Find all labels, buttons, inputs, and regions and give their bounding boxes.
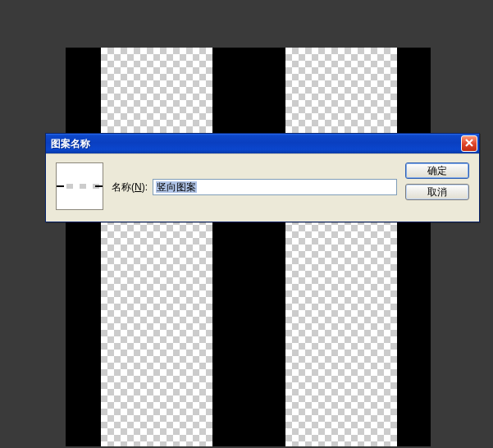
document-canvas bbox=[66, 48, 431, 446]
name-label-prefix: 名称( bbox=[112, 181, 135, 193]
close-icon bbox=[465, 138, 473, 149]
preview-checker bbox=[60, 184, 99, 189]
dialog-titlebar[interactable]: 图案名称 bbox=[46, 134, 479, 153]
pattern-column-right bbox=[285, 48, 397, 446]
close-button[interactable] bbox=[461, 135, 477, 152]
dialog-title: 图案名称 bbox=[51, 137, 90, 151]
cancel-button[interactable]: 取消 bbox=[405, 184, 469, 200]
ok-button[interactable]: 确定 bbox=[405, 162, 469, 179]
dialog-buttons: 确定 取消 bbox=[405, 162, 469, 200]
dialog-body: 名称(N): 竖向图案 确定 取消 bbox=[46, 153, 479, 222]
pattern-preview bbox=[56, 162, 103, 210]
name-label-suffix: ): bbox=[142, 181, 148, 193]
pattern-name-input[interactable]: 竖向图案 bbox=[153, 179, 397, 195]
name-row: 名称(N): 竖向图案 bbox=[112, 179, 397, 195]
name-label-mnemonic: N bbox=[135, 181, 142, 193]
name-label: 名称(N): bbox=[112, 181, 148, 194]
pattern-column-left bbox=[101, 48, 212, 446]
preview-dash-left bbox=[57, 185, 64, 187]
ok-button-label: 确定 bbox=[427, 164, 447, 178]
cancel-button-label: 取消 bbox=[427, 185, 447, 199]
pattern-name-value: 竖向图案 bbox=[156, 181, 197, 193]
preview-dash-right bbox=[95, 185, 103, 187]
pattern-name-dialog: 图案名称 名称(N): 竖向图案 确定 取消 bbox=[45, 133, 480, 222]
